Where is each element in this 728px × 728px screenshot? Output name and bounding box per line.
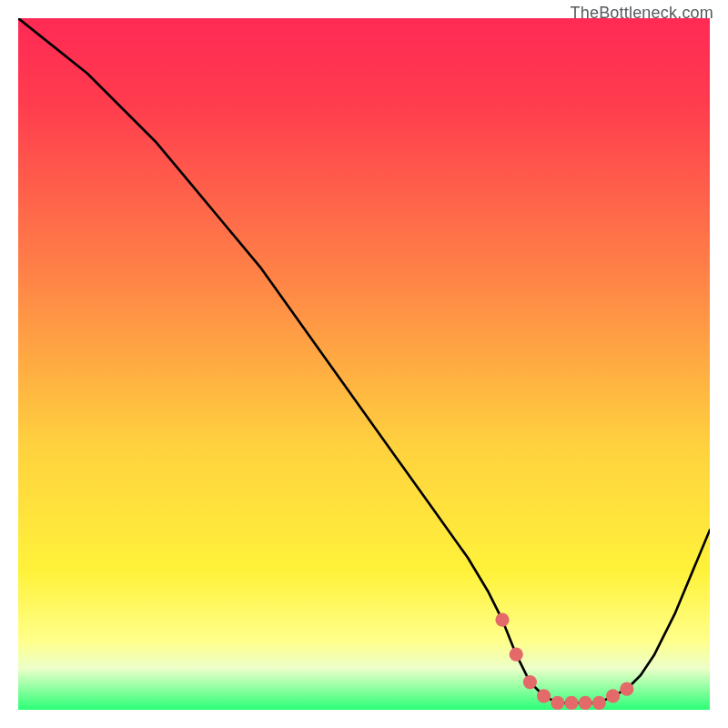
optimal-marker	[606, 689, 620, 703]
curve-layer	[18, 18, 710, 710]
optimal-marker	[495, 613, 509, 627]
bottleneck-chart: TheBottleneck.com	[0, 0, 728, 728]
optimal-marker	[537, 689, 551, 703]
optimal-marker	[620, 682, 633, 696]
optimal-zone-markers	[495, 613, 633, 710]
bottleneck-curve-path	[18, 18, 710, 703]
optimal-marker	[510, 648, 523, 662]
optimal-marker	[523, 675, 537, 689]
optimal-marker	[551, 696, 564, 710]
optimal-marker	[592, 696, 606, 710]
attribution-label: TheBottleneck.com	[571, 4, 713, 23]
optimal-marker	[564, 696, 578, 710]
optimal-marker	[579, 696, 592, 710]
